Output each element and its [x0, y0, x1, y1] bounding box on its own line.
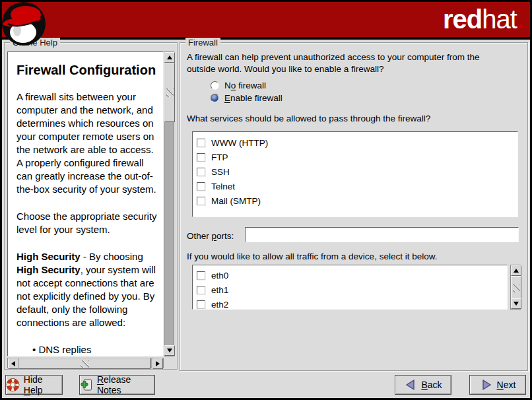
help-text: Firewall Configuration A firewall sits b… [8, 52, 164, 356]
help-paragraph-2: Choose the appropriate security level fo… [17, 210, 160, 236]
help-vertical-scrollbar[interactable] [164, 51, 174, 356]
devices-list[interactable]: eth0 eth1 eth2 [192, 265, 508, 310]
arrow-left-icon [11, 361, 15, 366]
scrollbar-thumb[interactable] [164, 63, 175, 122]
help-bullet-dns-replies: • DNS replies [17, 343, 160, 356]
help-paragraph-3: High Security - By choosing High Securit… [17, 250, 160, 329]
services-list[interactable]: WWW (HTTP) FTP SSH Telnet Mail (SMTP) [192, 131, 518, 217]
help-content-view: Firewall Configuration A firewall sits b… [7, 51, 164, 356]
document-plus-icon [80, 378, 93, 392]
scroll-down-button[interactable] [164, 345, 175, 356]
redhat-shadowman-logo [1, 1, 46, 46]
help-bold-high-security-2: High Security [17, 264, 81, 275]
checkbox-icon[interactable] [197, 271, 205, 280]
help-horizontal-scrollbar[interactable] [7, 358, 164, 368]
devices-scrollbar[interactable] [510, 265, 521, 310]
device-eth1[interactable]: eth1 [193, 283, 507, 297]
arrow-up-icon [167, 55, 172, 59]
device-label: eth1 [211, 285, 228, 295]
services-question: What services should be allowed to pass … [187, 113, 517, 125]
scrollbar-thumb[interactable] [18, 358, 150, 369]
radio-button-icon[interactable] [211, 81, 219, 90]
arrow-right-icon [156, 361, 160, 366]
radio-enable-firewall-label: Enable firewall [224, 93, 283, 103]
checkbox-icon[interactable] [197, 182, 205, 191]
grip-icon [513, 284, 520, 292]
help-paragraph-1: A firewall sits between your computer an… [17, 90, 160, 196]
header-banner: redhat. [2, 2, 530, 40]
device-eth0[interactable]: eth0 [193, 268, 507, 283]
back-button[interactable]: Back [395, 375, 451, 395]
next-button[interactable]: Next [469, 375, 526, 395]
wordmark-light: hat [482, 5, 517, 34]
radio-no-firewall-label: No firewall [224, 81, 266, 90]
service-mail-smtp[interactable]: Mail (SMTP) [193, 193, 517, 208]
arrow-right-icon [480, 379, 493, 391]
service-label: FTP [211, 152, 228, 162]
service-label: WWW (HTTP) [211, 138, 268, 148]
wordmark-dot: . [517, 5, 523, 34]
hide-help-label: Hide Help [24, 374, 62, 395]
life-preserver-icon [6, 378, 20, 392]
release-notes-button[interactable]: Release Notes [79, 375, 155, 395]
scroll-up-button[interactable] [511, 265, 521, 276]
radio-enable-firewall[interactable]: Enable firewall [211, 93, 283, 103]
help-title: Firewall Configuration [17, 61, 160, 79]
scroll-right-button[interactable] [152, 358, 163, 369]
checkbox-icon[interactable] [197, 300, 205, 309]
wordmark-bold: red [443, 5, 482, 34]
other-ports-label: Other ports: [187, 230, 234, 242]
redhat-wordmark: redhat. [443, 4, 523, 34]
scroll-left-button[interactable] [8, 358, 18, 369]
grip-icon [81, 360, 89, 368]
checkbox-icon[interactable] [197, 168, 205, 176]
firewall-frame-label: Firewall [185, 38, 220, 48]
checkbox-icon[interactable] [197, 197, 205, 205]
other-ports-input[interactable] [245, 227, 519, 242]
scroll-down-button[interactable] [511, 298, 521, 309]
scrollbar-thumb[interactable] [511, 276, 521, 300]
arrow-left-icon [404, 379, 417, 391]
help-paragraph-3-mid: - By choosing [81, 251, 143, 262]
checkbox-icon[interactable] [197, 139, 205, 147]
help-bold-high-security: High Security [17, 251, 81, 262]
checkbox-icon[interactable] [197, 286, 205, 294]
service-www-http[interactable]: WWW (HTTP) [193, 135, 517, 150]
arrow-down-icon [167, 349, 172, 352]
checkbox-icon[interactable] [197, 153, 205, 162]
back-label: Back [421, 380, 442, 390]
bullet-text: DNS replies [38, 344, 91, 355]
arrow-up-icon [514, 269, 519, 273]
service-label: SSH [211, 167, 230, 177]
grip-icon [166, 88, 174, 97]
service-label: Telnet [211, 182, 235, 191]
device-eth2[interactable]: eth2 [193, 297, 507, 310]
device-label: eth2 [211, 300, 228, 310]
firewall-intro-text: A firewall can help prevent unauthorized… [187, 51, 504, 75]
next-label: Next [497, 380, 516, 390]
bullet-glyph: • [32, 344, 36, 355]
service-telnet[interactable]: Telnet [193, 179, 517, 193]
service-label: Mail (SMTP) [211, 196, 261, 206]
devices-instruction: If you would like to allow all traffic f… [187, 251, 517, 263]
firewall-panel: Firewall A firewall can help prevent una… [180, 42, 528, 371]
device-label: eth0 [211, 271, 228, 281]
release-notes-label: Release Notes [97, 374, 154, 395]
online-help-panel: Online Help Firewall Configuration A fir… [4, 42, 178, 370]
service-ssh[interactable]: SSH [193, 164, 517, 179]
installer-window: redhat. Online Help Firewall Configurati… [0, 0, 532, 400]
scroll-up-button[interactable] [164, 52, 175, 63]
arrow-down-icon [514, 302, 519, 306]
radio-no-firewall[interactable]: No firewall [211, 81, 266, 90]
service-ftp[interactable]: FTP [193, 150, 517, 164]
hide-help-button[interactable]: Hide Help [5, 375, 63, 395]
radio-button-selected-icon[interactable] [211, 94, 219, 102]
